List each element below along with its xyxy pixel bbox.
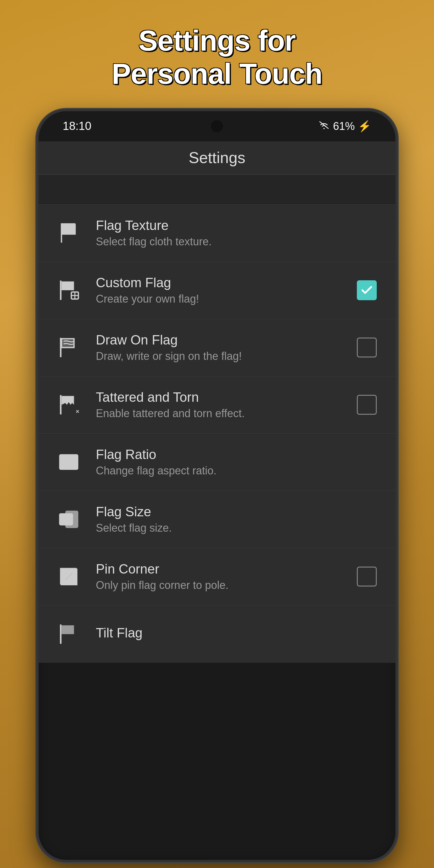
checkbox-checked-indicator [357,280,377,300]
tattered-subtitle: Enable tattered and torn effect. [96,407,341,420]
draw-flag-subtitle: Draw, write or sign on the flag! [96,350,341,363]
svg-rect-5 [60,281,61,300]
draw-flag-checkbox[interactable] [356,337,377,358]
settings-item-custom-flag[interactable]: Custom Flag Create your own flag! [38,262,396,319]
pin-corner-icon [57,564,81,589]
flag-size-icon [57,507,81,531]
flag-texture-subtitle: Select flag cloth texture. [96,236,377,248]
settings-title: Settings [189,149,245,167]
flag-ratio-subtitle: Change flag aspect ratio. [96,464,377,477]
svg-rect-10 [60,395,61,414]
settings-item-tilt-flag[interactable]: Tilt Flag [38,606,396,663]
tattered-icon: × [57,393,81,417]
tilt-flag-title: Tilt Flag [96,625,377,641]
custom-flag-subtitle: Create your own flag! [96,293,341,305]
flag-texture-text: Flag Texture Select flag cloth texture. [96,218,377,248]
flag-texture-icon [57,221,81,245]
pin-corner-title: Pin Corner [96,561,341,577]
battery-percent: 61% [333,120,355,133]
tilt-flag-icon [57,622,81,646]
settings-item-flag-size[interactable]: Flag Size Select flag size. [38,491,396,548]
custom-flag-checkbox[interactable] [356,280,377,301]
custom-flag-title: Custom Flag [96,275,341,290]
tilt-flag-text: Tilt Flag [96,625,377,643]
top-bar: Settings [38,141,396,175]
settings-item-pin-corner[interactable]: Pin Corner Only pin flag corner to pole. [38,548,396,606]
draw-flag-icon [57,336,81,360]
status-bar: 18:10 61% ⚡ [38,111,396,141]
flag-ratio-icon [57,450,81,474]
svg-text:×: × [76,408,79,415]
side-button [397,292,398,328]
settings-item-draw-on-flag[interactable]: Draw On Flag Draw, write or sign on the … [38,319,396,376]
section-gap [38,175,396,205]
pin-corner-subtitle: Only pin flag corner to pole. [96,579,341,592]
custom-flag-icon [57,278,81,302]
flag-texture-title: Flag Texture [96,218,377,233]
tattered-checkbox[interactable] [356,394,377,415]
tattered-title: Tattered and Torn [96,390,341,405]
checkbox-unchecked-tattered [357,395,377,415]
settings-item-tattered-torn[interactable]: × Tattered and Torn Enable tattered and … [38,376,396,434]
settings-list: Flag Texture Select flag cloth texture. [38,205,396,663]
flag-ratio-title: Flag Ratio [96,447,377,462]
draw-flag-text: Draw On Flag Draw, write or sign on the … [96,333,341,363]
camera-notch [211,120,223,132]
phone-frame: 18:10 61% ⚡ Settings [36,109,398,862]
pin-corner-checkbox[interactable] [356,566,377,587]
flag-size-text: Flag Size Select flag size. [96,504,377,534]
draw-flag-title: Draw On Flag [96,333,341,347]
flag-size-subtitle: Select flag size. [96,522,377,534]
page-title: Settings for Personal Touch [82,0,352,109]
checkbox-unchecked-pin [357,567,377,587]
tattered-text: Tattered and Torn Enable tattered and to… [96,390,341,420]
flag-size-title: Flag Size [96,504,377,519]
status-time: 18:10 [63,120,91,133]
wifi-icon [318,120,330,132]
settings-item-flag-ratio[interactable]: Flag Ratio Change flag aspect ratio. [38,434,396,491]
svg-rect-24 [60,624,61,644]
custom-flag-text: Custom Flag Create your own flag! [96,275,341,305]
battery-charging-icon: ⚡ [358,120,371,133]
checkbox-unchecked-indicator [357,338,377,358]
flag-ratio-text: Flag Ratio Change flag aspect ratio. [96,447,377,477]
status-right: 61% ⚡ [318,120,371,133]
settings-item-flag-texture[interactable]: Flag Texture Select flag cloth texture. [38,205,396,262]
pin-corner-text: Pin Corner Only pin flag corner to pole. [96,561,341,592]
